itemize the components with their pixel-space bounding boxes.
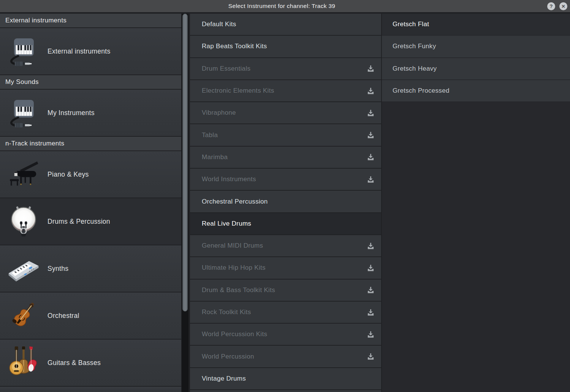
pack-row-label: Electronic Elements Kits [202,87,366,95]
pack-row-label: Drum Essentials [202,65,366,73]
help-icon[interactable]: ? [547,2,555,10]
pack-row-tabla[interactable]: Tabla [190,124,381,145]
pack-row-label: Vintage Drums [202,375,375,383]
scrollbar-thumb[interactable] [182,14,188,311]
category-item-label: Drums & Percussion [48,218,110,226]
pack-row-vintage-drums[interactable]: Vintage Drums [190,368,381,389]
pack-row-world-instruments[interactable]: World Instruments [190,169,381,190]
category-item-synths[interactable]: Synths [0,245,181,292]
pack-row-drum-essentials[interactable]: Drum Essentials [190,58,381,79]
section-header-my-sounds: My Sounds [0,75,181,89]
category-item-orchestral[interactable]: Orchestral [0,292,181,339]
preset-row-gretsch-funky[interactable]: Gretsch Funky [382,36,570,57]
pack-row-label: Rock Toolkit Kits [202,308,366,316]
preset-row-gretsch-processed[interactable]: Gretsch Processed [382,80,570,101]
pack-row-world-percussion-kits[interactable]: World Percussion Kits [190,324,381,345]
section-header-label: External instruments [5,17,66,24]
category-item-external-instruments[interactable]: External instruments [0,28,181,74]
preset-row-gretsch-flat[interactable]: Gretsch Flat [382,14,570,35]
pack-row-label: Drum & Bass Toolkit Kits [202,286,366,294]
synth-keyboard-icon [7,252,40,285]
pack-row-default-kits[interactable]: Default Kits [190,14,381,35]
pack-row-label: World Percussion Kits [202,330,366,338]
pack-row-label: Tabla [202,131,366,139]
download-icon[interactable] [366,330,375,339]
preset-row-gretsch-heavy[interactable]: Gretsch Heavy [382,58,570,79]
download-icon[interactable] [366,131,375,140]
preset-row-label: Gretsch Processed [393,87,564,95]
category-item-my-instruments[interactable]: My Instruments [0,90,181,136]
download-icon[interactable] [366,153,375,162]
instrument-categories-panel: External instrumentsExternal instruments… [0,14,181,392]
section-header-n-track-instruments: n-Track instruments [0,137,181,150]
download-icon[interactable] [366,286,375,295]
close-icon[interactable]: ✕ [559,2,567,10]
category-item-guitars-basses[interactable]: Guitars & Basses [0,340,181,386]
grand-piano-icon [7,158,40,191]
midi-keyboard-icon [7,35,40,68]
pack-row-rock-toolkit-kits[interactable]: Rock Toolkit Kits [190,302,381,323]
download-icon[interactable] [366,241,375,250]
download-icon[interactable] [366,64,375,73]
pack-row-label: Rap Beats Toolkit Kits [202,43,375,50]
download-icon[interactable] [366,263,375,272]
presets-list: Gretsch FlatGretsch FunkyGretsch HeavyGr… [382,14,570,392]
category-item-label: Orchestral [48,312,79,320]
pack-row-label: Ultimate Hip Hop Kits [202,264,366,272]
guitars-icon [7,346,40,379]
category-item-label: Piano & Keys [48,171,89,179]
download-icon[interactable] [366,86,375,95]
download-icon[interactable] [366,352,375,361]
categories-scrollbar[interactable] [182,14,188,392]
section-header-label: My Sounds [5,78,39,86]
category-item-label: Guitars & Basses [48,359,101,367]
category-item-partial[interactable] [0,387,181,392]
pack-row-world-percussion[interactable]: World Percussion [190,346,381,367]
download-icon[interactable] [366,308,375,317]
pack-row-label: Vibraphone [202,109,366,117]
preset-row-label: Gretsch Funky [393,43,564,50]
category-item-label: Synths [48,265,68,273]
category-item-piano-keys[interactable]: Piano & Keys [0,151,181,198]
pack-row-electronic-elements-kits[interactable]: Electronic Elements Kits [190,80,381,101]
section-header-external-instruments: External instruments [0,14,181,27]
pack-row-ultimate-hip-hop-kits[interactable]: Ultimate Hip Hop Kits [190,257,381,278]
preset-row-label: Gretsch Heavy [393,65,564,73]
pack-row-rap-beats-toolkit-kits[interactable]: Rap Beats Toolkit Kits [190,36,381,57]
category-item-label: External instruments [48,47,111,55]
instrument-packs-list: Default KitsRap Beats Toolkit KitsDrum E… [190,14,381,392]
section-header-label: n-Track instruments [5,140,64,147]
bass-drum-icon [7,205,40,238]
pack-row-label: Default Kits [202,21,375,28]
pack-row-label: World Instruments [202,175,366,183]
pack-row-label: Marimba [202,153,366,161]
midi-keyboard-icon [7,96,40,129]
preset-row-label: Gretsch Flat [393,21,564,28]
dialog-title: Select Instrument for channel: Track 39 [228,3,335,9]
pack-row-label: General MIDI Drums [202,242,366,250]
category-item-drums-percussion[interactable]: Drums & Percussion [0,198,181,245]
pack-row-partial[interactable] [190,390,381,392]
pack-row-label: World Percussion [202,353,366,360]
pack-row-general-midi-drums[interactable]: General MIDI Drums [190,235,381,256]
category-item-label: My Instruments [48,109,95,117]
violin-icon [7,299,40,332]
download-icon[interactable] [366,175,375,184]
pack-row-marimba[interactable]: Marimba [190,147,381,168]
pack-row-vibraphone[interactable]: Vibraphone [190,102,381,123]
pack-row-label: Orchestral Percussion [202,198,375,205]
dialog-titlebar: Select Instrument for channel: Track 39 … [0,0,570,12]
pack-row-real-live-drums[interactable]: Real Live Drums [190,213,381,234]
pack-row-drum-bass-toolkit-kits[interactable]: Drum & Bass Toolkit Kits [190,280,381,301]
pack-row-label: Real Live Drums [202,220,375,228]
download-icon[interactable] [366,108,375,117]
pack-row-orchestral-percussion[interactable]: Orchestral Percussion [190,191,381,212]
